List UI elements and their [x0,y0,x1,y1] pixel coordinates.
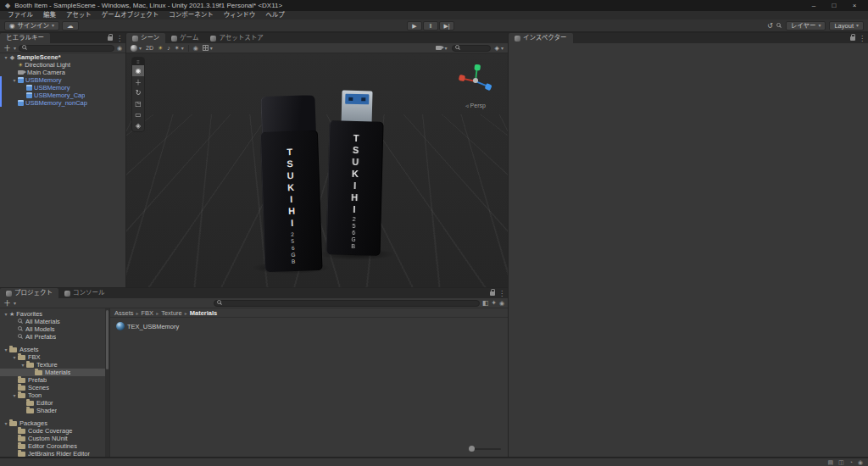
package-editor-coroutines[interactable]: Editor Coroutines [0,442,109,450]
foldout-icon[interactable]: ▾ [3,347,9,352]
menu-file[interactable]: ファイル [3,11,37,19]
assets-root[interactable]: ▾ Assets [0,346,109,353]
asset-grid[interactable]: TEX_USBMemory [110,319,508,457]
breadcrumb-assets[interactable]: Assets [114,309,134,317]
foldout-icon[interactable]: ▾ [11,77,18,83]
tab-asset-store[interactable]: アセットストア [204,33,269,43]
tab-game[interactable]: ゲーム [165,33,204,43]
folder-scenes[interactable]: Scenes [0,384,109,391]
signin-button[interactable]: ◉ サインイン ▾ [4,21,59,31]
usb-memory-capped-model[interactable]: TSUKIHI 256GB [257,95,324,275]
overlay-drag-handle[interactable]: ≡ [132,58,144,65]
foldout-icon[interactable]: ▾ [19,362,26,368]
notifications-icon[interactable]: ◉ [858,459,863,466]
panel-menu-icon[interactable]: ⋮ [116,35,123,42]
folder-editor[interactable]: Editor [0,399,109,407]
breadcrumb-materials[interactable]: Materials [190,309,218,317]
menu-edit[interactable]: 編集 [39,11,60,19]
usb-memory-uncapped-model[interactable]: TSUKIHI 256GB [324,90,386,258]
hierarchy-item-light[interactable]: ☀ Directional Light [0,61,125,69]
folder-texture[interactable]: ▾ Texture [0,361,109,369]
folder-materials[interactable]: Materials [0,369,109,376]
folder-shader[interactable]: Shader [0,407,109,414]
progress-status-icon[interactable]: ◔ [849,459,853,465]
thumbnail-zoom-slider[interactable] [469,446,501,452]
menu-assets[interactable]: アセット [62,11,96,19]
favorite-all-prefabs[interactable]: All Prefabs [0,333,109,341]
hierarchy-item-camera[interactable]: Main Camera [0,69,125,76]
move-tool-button[interactable]: ＋ [132,76,144,87]
hierarchy-item-usbmemory-noncap[interactable]: USBMemory_nonCap [0,99,125,107]
tab-hierarchy[interactable]: ヒエラルキー [0,33,50,43]
tab-console[interactable]: コンソール [58,288,111,298]
play-button[interactable]: ▶ [407,21,422,31]
grid-visibility-dropdown[interactable]: ▾ [203,45,213,51]
tab-scene[interactable]: シーン [126,33,165,43]
gizmos-dropdown[interactable]: ◈ ▾ [495,45,504,52]
draw-mode-dropdown[interactable]: ▾ [131,45,142,52]
scene-visibility-icon[interactable]: ◉ [117,45,122,52]
favorite-all-models[interactable]: All Models [0,325,109,333]
effects-dropdown[interactable]: ✶ ▾ [175,45,184,52]
asset-tex-usbmemory[interactable]: TEX_USBMemory [114,321,181,331]
project-search-input[interactable] [214,300,480,307]
foldout-icon[interactable]: ▾ [11,392,18,398]
folder-toon[interactable]: ▾ Toon [0,391,109,399]
panel-menu-icon[interactable]: ⋮ [498,290,505,297]
foldout-icon[interactable]: ▾ [3,420,9,426]
hierarchy-item-usbmemory-cap[interactable]: USBMemory_Cap [0,92,125,99]
scrollbar-thumb[interactable] [106,310,108,369]
foldout-icon[interactable]: ▾ [3,311,9,317]
scene-viewport[interactable]: ≡ ◉ ＋ ↻ ◳ ▭ ◈ TSUKIHI 256GB [126,53,508,287]
search-by-label-icon[interactable]: ✦ [491,299,497,307]
breadcrumb-fbx[interactable]: FBX [142,309,154,317]
2d-toggle[interactable]: 2D [146,45,153,51]
hierarchy-item-scene[interactable]: ▾ ◆ SampleScene* [0,53,125,61]
folder-prefab[interactable]: Prefab [0,376,109,384]
foldout-icon[interactable]: ▾ [3,54,9,60]
menu-window[interactable]: ウィンドウ [220,11,260,19]
hidden-packages-icon[interactable]: ◉ [499,300,504,307]
search-icon[interactable] [776,23,782,29]
menu-component[interactable]: コンポーネント [164,11,218,19]
panel-menu-icon[interactable]: ⋮ [859,35,865,42]
package-jetbrains-rider[interactable]: JetBrains Rider Editor [0,450,109,457]
layout-dropdown[interactable]: Layout ▾ [829,21,864,31]
close-button[interactable]: × [844,0,865,11]
foldout-icon[interactable]: ▾ [11,354,18,360]
favorites-root[interactable]: ▾ ★ Favorites [0,310,109,318]
hierarchy-item-usbmemory[interactable]: ▾ USBMemory [0,76,125,84]
minimize-button[interactable]: – [804,0,824,11]
camera-settings-dropdown[interactable]: ▾ [436,45,448,51]
hierarchy-item-usbmemory-child[interactable]: USBMemory [0,84,125,92]
create-asset-button[interactable]: ＋ [3,297,11,308]
step-button[interactable]: ▶| [439,21,454,31]
favorite-all-materials[interactable]: All Materials [0,318,109,325]
menu-gameobject[interactable]: ゲームオブジェクト [97,11,163,19]
project-tree-scrollbar[interactable] [105,308,109,457]
collab-status-icon[interactable]: ◫ [838,459,844,466]
menu-help[interactable]: ヘルプ [261,11,289,19]
breadcrumb-texture[interactable]: Texture [161,309,182,317]
lock-icon[interactable] [108,36,113,41]
scale-tool-button[interactable]: ◳ [132,98,144,109]
perspective-toggle[interactable]: ◃ Persp [450,103,501,109]
folder-fbx[interactable]: ▾ FBX [0,353,109,361]
lock-icon[interactable] [850,36,855,41]
gizmo-center[interactable] [473,78,478,83]
pause-button[interactable]: ‖ [423,21,438,31]
create-button[interactable]: ＋ [3,42,11,53]
layers-dropdown[interactable]: レイヤー ▾ [786,21,826,31]
scene-search-input[interactable] [452,45,491,52]
package-custom-nunit[interactable]: Custom NUnit [0,435,109,442]
rotate-tool-button[interactable]: ↻ [132,87,144,98]
tab-inspector[interactable]: インスペクター [509,33,573,43]
hidden-objects-toggle[interactable]: ◉ [193,45,198,52]
slider-knob[interactable] [469,446,475,452]
undo-history-icon[interactable]: ↺ [767,22,773,30]
view-tool-button[interactable]: ◉ [132,65,144,76]
transform-tool-button[interactable]: ◈ [132,120,144,131]
console-status-icon[interactable]: ▤ [827,459,833,466]
maximize-button[interactable]: □ [824,0,844,11]
search-by-type-icon[interactable]: ◧ [482,299,489,307]
